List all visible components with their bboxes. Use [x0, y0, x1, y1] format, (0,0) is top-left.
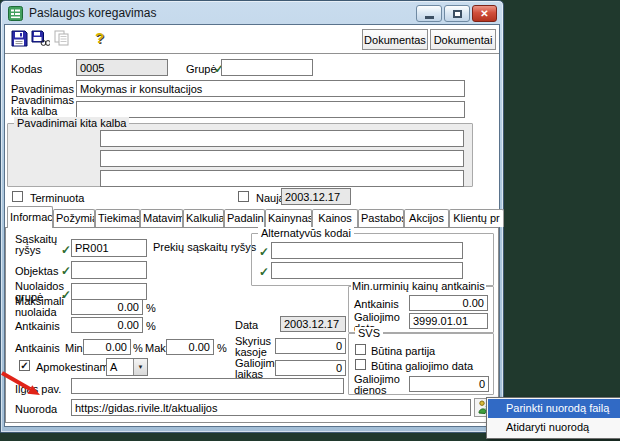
grupe-label: Grupė: [186, 64, 217, 75]
butina-galiojimo-checkbox[interactable]: [355, 359, 366, 370]
help-icon[interactable]: ?: [95, 29, 104, 46]
grupe-field[interactable]: [221, 59, 313, 76]
tab-pozymiai[interactable]: Požymiai: [53, 209, 95, 227]
dialog-window: Paslaugos koregavimas ✕: [0, 0, 504, 433]
terminuota-label: Terminuota: [30, 193, 84, 204]
pavadinimas-field[interactable]: Mokymas ir konsultacijos: [76, 80, 465, 97]
tab-tiekimas[interactable]: Tiekimas: [95, 209, 140, 227]
svs-group: SVS Būtina partija Būtina galiojimo data…: [348, 333, 494, 395]
tab-bar: Informac Požymiai Tiekimas Matavima Kalk…: [7, 206, 504, 227]
apmokestinama-checkbox[interactable]: ✓: [19, 360, 30, 371]
terminuota-checkbox[interactable]: [12, 191, 23, 202]
maximize-icon: [453, 10, 462, 18]
antkainis-mak-field[interactable]: 0.00: [166, 339, 214, 355]
galiojimo-laikas-field[interactable]: 0: [275, 360, 346, 376]
informac-panel: Sąskaitų ryšys ✓ PR001 Prekių sąskaitų r…: [5, 227, 499, 423]
data-label: Data: [235, 320, 258, 331]
min-urm-antkainis-label: Antkainis: [354, 299, 399, 310]
pavadinimai-field-1[interactable]: [100, 130, 464, 147]
titlebar[interactable]: Paslaugos koregavimas ✕: [2, 2, 502, 24]
prekiu-saskaitu-label: Prekių sąskaitų ryšys: [153, 242, 256, 253]
menu-item-atidaryti-nuoroda[interactable]: Atidaryti nuorodą: [488, 418, 620, 437]
antkainis-field[interactable]: 0.00: [71, 317, 143, 333]
pavadinimai-field-2[interactable]: [100, 150, 464, 167]
tab-klientu-pr[interactable]: Klientų pr: [449, 209, 504, 227]
close-button[interactable]: ✕: [472, 5, 497, 22]
maksimali-unit-label: %: [146, 303, 156, 314]
saskaitu-rysys-label: Sąskaitų ryšys: [15, 234, 67, 256]
client-area: ? Dokumentas Dokumentai Kodas 0005 Grupė…: [4, 24, 500, 427]
tab-akcijos[interactable]: Akcijos: [404, 209, 449, 227]
app-icon: [8, 6, 23, 21]
antkainis-unit-label: %: [146, 321, 156, 332]
butina-partija-label: Būtina partija: [371, 346, 435, 357]
nauja-iki-date-field[interactable]: 2003.12.17: [281, 188, 351, 205]
min-unit-label: %: [133, 343, 143, 354]
antkainis2-label: Antkainis: [15, 343, 60, 354]
window-title: Paslaugos koregavimas: [29, 6, 156, 20]
galiojimo-data-field[interactable]: 3999.01.01: [409, 313, 488, 329]
galiojimo-dienos-label: Galiojimo dienos: [354, 374, 406, 396]
minimize-button[interactable]: [416, 5, 442, 22]
min-urm-antkainis-field[interactable]: 0.00: [409, 295, 488, 311]
antkainis-label: Antkainis: [15, 321, 60, 332]
objektas-lookup-check-icon[interactable]: ✓: [61, 265, 71, 277]
skyrius-kasoje-field[interactable]: 0: [275, 338, 346, 354]
objektas-field[interactable]: [71, 261, 147, 279]
pavadinimai-group-title: Pavadinimai kita kalba: [14, 117, 129, 130]
dokumentas-button[interactable]: Dokumentas: [362, 29, 428, 50]
antkainis-min-field[interactable]: 0.00: [83, 339, 131, 355]
saskaitu-lookup-check-icon[interactable]: ✓: [61, 244, 71, 256]
toolbar: ? Dokumentas Dokumentai: [5, 25, 499, 54]
alt-kodai-field-2[interactable]: [271, 262, 463, 279]
tab-kalkuliac[interactable]: Kalkuliac: [183, 209, 224, 227]
min-urm-group: Min.urminių kainų antkainis Antkainis 0.…: [348, 286, 494, 333]
apmokestinama-combo[interactable]: A ▼: [106, 358, 148, 376]
tab-kainos[interactable]: Kainos: [312, 209, 358, 227]
kodas-field[interactable]: 0005: [76, 59, 168, 76]
maximize-button[interactable]: [444, 5, 470, 22]
ilgas-pav-field[interactable]: [71, 378, 344, 394]
menu-item-parinkti-nuoroda-faila[interactable]: Parinkti nuorodą failą: [488, 399, 620, 418]
nuoroda-field[interactable]: https://gidas.rivile.lt/aktualijos: [71, 399, 471, 416]
annotation-arrow: [0, 371, 46, 401]
tab-padalinia[interactable]: Padalinia: [224, 209, 265, 227]
apmokestinama-label: Apmokestinama: [36, 362, 115, 373]
combo-value: A: [110, 361, 117, 373]
tab-pastabos[interactable]: Pastabos: [358, 209, 404, 227]
nuoroda-label: Nuoroda: [15, 404, 57, 415]
svs-title: SVS: [355, 327, 383, 340]
butina-partija-checkbox[interactable]: [355, 344, 366, 355]
pavadinimas-kita-field[interactable]: [76, 101, 465, 118]
copy-icon[interactable]: [54, 30, 70, 50]
nuolaidos-grupe-field[interactable]: [71, 283, 147, 300]
data-field[interactable]: 2003.12.17: [280, 316, 346, 332]
alt-kodai-title: Alternatyvūs kodai: [258, 227, 354, 240]
objektas-label: Objektas: [15, 266, 58, 277]
tab-matavima[interactable]: Matavima: [140, 209, 183, 227]
dokumentai-button[interactable]: Dokumentai: [430, 29, 496, 50]
desktop: Paslaugos koregavimas ✕: [0, 0, 620, 441]
pavadinimas-kita-label: Pavadinimas kita kalba: [11, 95, 75, 117]
tab-informac[interactable]: Informac: [7, 206, 53, 228]
maksimali-nuolaida-label: Maksimali nuolaida: [15, 296, 69, 318]
save-icon[interactable]: [11, 30, 28, 51]
save-as-icon[interactable]: [31, 30, 50, 51]
alt-kodai-check-2-icon[interactable]: ✓: [259, 266, 269, 278]
tab-kainynas[interactable]: Kainynas: [265, 209, 312, 227]
maksimali-nuolaida-field[interactable]: 0.00: [71, 299, 143, 315]
nauja-iki-checkbox[interactable]: [238, 191, 249, 202]
pavadinimai-field-3[interactable]: [100, 170, 464, 187]
saskaitu-rysys-field[interactable]: PR001: [71, 239, 147, 257]
pavadinimai-group: Pavadinimai kita kalba: [7, 123, 473, 187]
butina-galiojimo-label: Būtina galiojimo data: [371, 361, 473, 372]
galiojimo-dienos-field[interactable]: 0: [409, 376, 489, 392]
alt-kodai-field-1[interactable]: [271, 242, 463, 259]
alt-kodai-check-1-icon[interactable]: ✓: [259, 246, 269, 258]
min-urm-title: Min.urminių kainų antkainis: [351, 280, 486, 293]
kodas-label: Kodas: [11, 64, 42, 75]
minimize-icon: [425, 16, 434, 19]
context-menu: Parinkti nuorodą failą Atidaryti nuorodą: [486, 397, 620, 439]
dropdown-arrow-icon[interactable]: ▼: [133, 359, 147, 375]
mak-unit-label: %: [217, 343, 227, 354]
